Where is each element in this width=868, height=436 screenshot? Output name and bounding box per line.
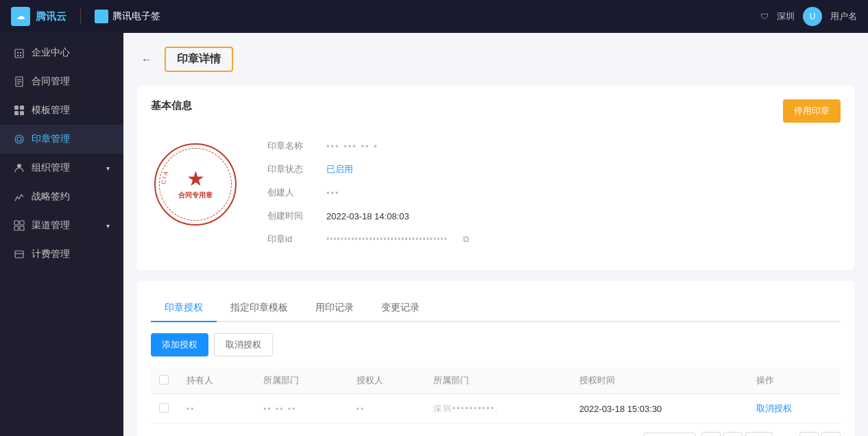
svg-rect-12 — [20, 111, 24, 115]
col-auth-time: 授权时间 — [571, 367, 748, 394]
sidebar-item-channel[interactable]: 渠道管理 ▾ — [0, 211, 123, 240]
holder-value: •• — [186, 404, 195, 414]
svg-rect-1 — [17, 52, 19, 53]
col-holder: 持有人 — [178, 367, 255, 394]
sidebar-item-template[interactable]: 模板管理 — [0, 96, 123, 125]
col-dept2: 所属部门 — [425, 367, 571, 394]
tab-template[interactable]: 指定印章模板 — [217, 295, 302, 322]
next-page-button[interactable]: ⟩ — [799, 432, 819, 436]
tab-auth[interactable]: 印章授权 — [151, 295, 217, 322]
sidebar: 企业中心 合同管理 模板管理 印章管理 组织管理 ▾ 战略签约 渠道管理 ▾ — [0, 33, 123, 436]
page-title: 印章详情 — [165, 47, 233, 72]
auth-time-value: 2022-03-18 15:03:30 — [579, 404, 662, 414]
create-time-label: 创建时间 — [267, 210, 315, 222]
logo[interactable]: ☁ 腾讯云 — [11, 7, 67, 26]
creator-label: 创建人 — [267, 186, 315, 199]
tencent-cloud-label: 腾讯云 — [36, 10, 67, 23]
authorizer-cell: •• — [348, 394, 425, 424]
brand-label: 腾讯电子签 — [112, 10, 160, 23]
id-field-row: 印章id •••••••••••••••••••••••••••••••••• … — [267, 233, 841, 245]
group-icon — [14, 162, 25, 173]
sidebar-item-billing[interactable]: 计费管理 — [0, 240, 123, 269]
dept2-cell: 深圳••••••••••. — [425, 394, 571, 424]
sidebar-label: 模板管理 — [32, 104, 70, 117]
id-value: •••••••••••••••••••••••••••••••••• — [326, 234, 448, 244]
svg-rect-19 — [20, 226, 24, 230]
svg-point-15 — [17, 164, 21, 168]
select-all-checkbox[interactable] — [159, 375, 169, 385]
sidebar-label: 合同管理 — [32, 75, 70, 88]
dept1-value: •• •• •• — [263, 404, 296, 414]
svg-point-14 — [17, 137, 21, 141]
auth-table: 持有人 所属部门 授权人 所属部门 授权时间 操作 •• — [151, 367, 841, 424]
brand: 腾讯电子签 — [95, 10, 160, 23]
channel-icon — [14, 220, 25, 231]
last-page-button[interactable]: ⟩⟩ — [821, 432, 841, 436]
seal-icon — [14, 134, 25, 145]
stamp-label: 合同专用章 — [178, 191, 213, 200]
avatar[interactable]: U — [803, 7, 822, 26]
brand-icon — [95, 10, 108, 23]
svg-rect-20 — [15, 251, 23, 258]
sidebar-label: 组织管理 — [32, 162, 70, 174]
grid-icon — [14, 105, 25, 116]
sidebar-item-org[interactable]: 组织管理 ▾ — [0, 154, 123, 182]
building-icon — [14, 47, 25, 58]
tab-usage[interactable]: 用印记录 — [302, 295, 367, 322]
sidebar-label: 战略签约 — [32, 191, 70, 203]
sidebar-label: 渠道管理 — [32, 219, 70, 232]
svg-rect-9 — [14, 106, 19, 110]
info-fields: 印章名称 ••• ••• •• • 印章状态 已启用 创建人 ••• 创建时间 … — [267, 140, 841, 256]
sidebar-item-seal[interactable]: 印章管理 — [0, 125, 123, 154]
sidebar-item-contract[interactable]: 合同管理 — [0, 67, 123, 96]
table-body: •• •• •• •• •• 深圳••••••••••. 2022-03-18 — [151, 394, 841, 424]
info-layout: ★ 合同专用章 CIA — [151, 140, 841, 256]
info-header: 基本信息 停用印章 — [151, 99, 841, 126]
billing-icon — [14, 249, 25, 260]
sidebar-item-enterprise[interactable]: 企业中心 — [0, 38, 123, 67]
sidebar-label: 企业中心 — [32, 47, 70, 59]
stop-seal-button[interactable]: 停用印章 — [783, 99, 841, 123]
row-checkbox-cell[interactable] — [151, 394, 178, 424]
holder-cell: •• — [178, 394, 255, 424]
add-auth-button[interactable]: 添加授权 — [151, 333, 208, 356]
back-button[interactable]: ← — [137, 50, 156, 69]
topbar: ☁ 腾讯云 腾讯电子签 🛡 深圳 U 用户名 — [0, 0, 868, 33]
auth-time-cell: 2022-03-18 15:03:30 — [571, 394, 748, 424]
tab-change[interactable]: 变更记录 — [367, 295, 433, 322]
svg-point-13 — [15, 135, 23, 143]
col-action: 操作 — [748, 367, 841, 394]
row-checkbox[interactable] — [159, 403, 169, 413]
revoke-auth-button[interactable]: 取消授权 — [214, 333, 273, 356]
pagination-right: 10 条/页 ▾ ⟨⟨ ⟨ / 1 页 ⟩ ⟩⟩ — [643, 432, 841, 436]
first-page-button[interactable]: ⟨⟨ — [701, 432, 721, 436]
revoke-link[interactable]: 取消授权 — [756, 403, 792, 413]
status-field-row: 印章状态 已启用 — [267, 163, 841, 175]
create-time-field-row: 创建时间 2022-03-18 14:08:03 — [267, 210, 841, 222]
basic-info-card: 基本信息 停用印章 ★ 合同专用章 CIA — [137, 86, 854, 270]
prev-page-button[interactable]: ⟨ — [723, 432, 743, 436]
name-field-row: 印章名称 ••• ••• •• • — [267, 140, 841, 152]
sidebar-label: 印章管理 — [32, 133, 70, 145]
strategy-icon — [14, 191, 25, 202]
svg-rect-18 — [14, 226, 19, 230]
topbar-right: 🛡 深圳 U 用户名 — [760, 7, 857, 26]
stamp-star: ★ — [186, 169, 205, 189]
auth-card: 印章授权 指定印章模板 用印记录 变更记录 添加授权 取消授权 持有人 — [137, 281, 854, 436]
svg-rect-16 — [14, 221, 19, 225]
current-page-input[interactable] — [745, 432, 773, 436]
svg-rect-17 — [20, 221, 24, 225]
tabs: 印章授权 指定印章模板 用印记录 变更记录 — [151, 295, 841, 322]
section-title: 基本信息 — [151, 99, 192, 112]
sidebar-item-strategy[interactable]: 战略签约 — [0, 182, 123, 211]
id-label: 印章id — [267, 233, 315, 245]
page-nav: ⟨⟨ ⟨ / 1 页 ⟩ ⟩⟩ — [701, 432, 841, 436]
select-all-header[interactable] — [151, 367, 178, 394]
dept1-cell: •• •• •• — [255, 394, 348, 424]
table-row: •• •• •• •• •• 深圳••••••••••. 2022-03-18 — [151, 394, 841, 424]
copy-icon[interactable]: ⧉ — [463, 234, 469, 245]
svg-rect-3 — [17, 55, 19, 56]
per-page-select[interactable]: 10 条/页 ▾ — [643, 433, 696, 436]
svg-rect-11 — [14, 111, 19, 115]
action-cell[interactable]: 取消授权 — [748, 394, 841, 424]
